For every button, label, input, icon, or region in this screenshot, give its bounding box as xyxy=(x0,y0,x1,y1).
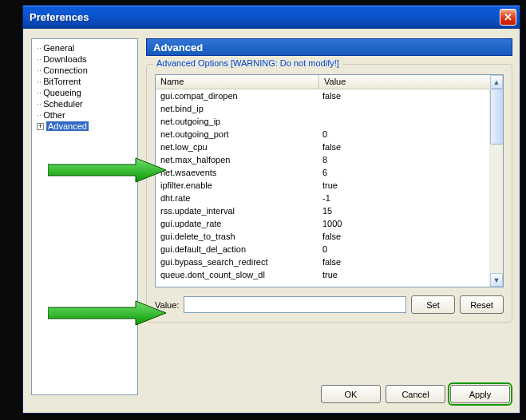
listview-body[interactable]: gui.compat_diropenfalsenet.bind_ipnet.ou… xyxy=(156,89,489,287)
value-label: Value: xyxy=(155,300,179,310)
tree-item-scheduler[interactable]: ·· Scheduler xyxy=(35,98,134,109)
row-value: 1000 xyxy=(319,217,489,230)
list-row[interactable]: gui.delete_to_trashfalse xyxy=(156,230,489,243)
row-value: true xyxy=(319,268,489,281)
list-row[interactable]: net.max_halfopen8 xyxy=(156,153,489,166)
list-row[interactable]: net.low_cpufalse xyxy=(156,141,489,153)
content-pane: Advanced Advanced Options [WARNING: Do n… xyxy=(146,38,512,323)
value-input[interactable] xyxy=(184,296,406,313)
reset-button[interactable]: Reset xyxy=(460,295,504,314)
dialog-body: ·· General ·· Downloads ·· Connection ··… xyxy=(23,29,520,413)
row-name: gui.bypass_search_redirect xyxy=(156,256,319,268)
chevron-up-icon: ▲ xyxy=(493,78,500,86)
column-name[interactable]: Name xyxy=(156,75,319,89)
content-heading: Advanced xyxy=(146,38,512,56)
dialog-footer: OK Cancel Apply xyxy=(321,385,510,403)
row-value: false xyxy=(319,141,489,153)
tree-item-general[interactable]: ·· General xyxy=(35,42,134,53)
preferences-dialog: Preferences ✕ ·· General ·· Downloads ··… xyxy=(22,5,520,414)
scroll-thumb[interactable] xyxy=(490,89,504,145)
window-title: Preferences xyxy=(30,11,500,23)
value-editor-row: Value: Set Reset xyxy=(155,295,504,314)
row-name: gui.default_del_action xyxy=(156,243,319,256)
apply-button[interactable]: Apply xyxy=(450,385,510,403)
row-value xyxy=(319,115,489,128)
row-name: net.outgoing_ip xyxy=(156,115,319,128)
list-row[interactable]: queue.dont_count_slow_dltrue xyxy=(156,268,489,281)
tree-dash-icon: ·· xyxy=(37,54,42,64)
tree-dash-icon: ·· xyxy=(37,88,42,97)
row-value: true xyxy=(319,179,489,192)
row-value: 0 xyxy=(319,128,489,141)
tree-dash-icon: ·· xyxy=(37,77,42,86)
tree-item-downloads[interactable]: ·· Downloads xyxy=(35,53,134,65)
row-name: net.bind_ip xyxy=(156,102,319,115)
row-name: ipfilter.enable xyxy=(156,179,319,192)
row-value xyxy=(319,102,489,115)
list-row[interactable]: gui.update_rate1000 xyxy=(156,217,489,230)
tree-dash-icon: ·· xyxy=(37,43,42,53)
advanced-options-group: Advanced Options [WARNING: Do not modify… xyxy=(146,64,512,323)
list-row[interactable]: net.outgoing_port0 xyxy=(156,128,489,141)
row-name: net.max_halfopen xyxy=(156,153,319,166)
row-value: 15 xyxy=(319,204,489,217)
row-value: false xyxy=(319,256,489,268)
tree-item-other[interactable]: ·· Other xyxy=(35,109,134,121)
list-row[interactable]: gui.default_del_action0 xyxy=(156,243,489,256)
row-name: queue.dont_count_slow_dl xyxy=(156,268,319,281)
row-name: net.low_cpu xyxy=(156,141,319,153)
row-value: 0 xyxy=(319,243,489,256)
list-row[interactable]: rss.update_interval15 xyxy=(156,204,489,217)
row-name: gui.compat_diropen xyxy=(156,89,319,102)
list-row[interactable]: net.bind_ip xyxy=(156,102,489,115)
row-name: gui.update_rate xyxy=(156,217,319,230)
list-row[interactable]: gui.bypass_search_redirectfalse xyxy=(156,256,489,268)
row-name: net.outgoing_port xyxy=(156,128,319,141)
tree-dash-icon: ·· xyxy=(37,99,42,109)
tree-item-advanced[interactable]: + Advanced xyxy=(35,121,134,132)
row-name: net.wsaevents xyxy=(156,166,319,179)
titlebar: Preferences ✕ xyxy=(23,6,520,29)
tree-dash-icon: ·· xyxy=(37,110,42,120)
listview-header: Name Value xyxy=(156,75,503,89)
cancel-button[interactable]: Cancel xyxy=(386,385,445,403)
tree-item-bittorrent[interactable]: ·· BitTorrent xyxy=(35,76,134,87)
row-value: 8 xyxy=(319,153,489,166)
category-tree[interactable]: ·· General ·· Downloads ·· Connection ··… xyxy=(31,38,138,395)
tree-item-connection[interactable]: ·· Connection xyxy=(35,65,134,76)
row-name: rss.update_interval xyxy=(156,204,319,217)
scroll-up-button[interactable]: ▲ xyxy=(490,75,503,89)
row-value: false xyxy=(319,230,489,243)
scroll-down-button[interactable]: ▼ xyxy=(490,273,503,287)
group-legend: Advanced Options [WARNING: Do not modify… xyxy=(153,58,342,68)
list-row[interactable]: ipfilter.enabletrue xyxy=(156,179,489,192)
tree-dash-icon: ·· xyxy=(37,65,42,75)
chevron-down-icon: ▼ xyxy=(493,276,500,284)
tree-item-queueing[interactable]: ·· Queueing xyxy=(35,87,134,98)
list-row[interactable]: dht.rate-1 xyxy=(156,192,489,204)
row-value: 6 xyxy=(319,166,489,179)
row-name: gui.delete_to_trash xyxy=(156,230,319,243)
close-icon: ✕ xyxy=(504,11,512,23)
ok-button[interactable]: OK xyxy=(321,385,381,403)
row-value: false xyxy=(319,89,489,102)
expand-icon[interactable]: + xyxy=(37,123,44,130)
options-listview[interactable]: Name Value gui.compat_diropenfalsenet.bi… xyxy=(155,74,504,287)
row-name: dht.rate xyxy=(156,192,319,204)
set-button[interactable]: Set xyxy=(411,295,455,314)
vertical-scrollbar[interactable]: ▲ ▼ xyxy=(489,75,503,287)
list-row[interactable]: net.outgoing_ip xyxy=(156,115,489,128)
list-row[interactable]: gui.compat_diropenfalse xyxy=(156,89,489,102)
column-value[interactable]: Value xyxy=(319,75,503,89)
row-value: -1 xyxy=(319,192,489,204)
list-row[interactable]: net.wsaevents6 xyxy=(156,166,489,179)
close-button[interactable]: ✕ xyxy=(500,9,516,26)
